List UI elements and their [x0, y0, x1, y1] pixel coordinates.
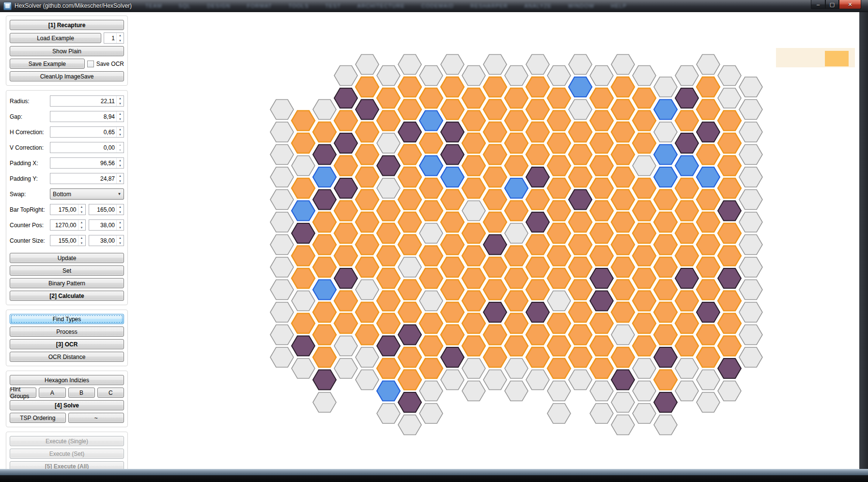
hex-cell[interactable] — [419, 111, 443, 131]
hex-cell[interactable] — [356, 302, 379, 322]
hex-cell[interactable] — [377, 336, 400, 356]
minimize-button[interactable]: – — [811, 0, 825, 9]
hex-cell[interactable] — [292, 133, 315, 153]
hex-cell[interactable] — [441, 190, 464, 210]
hex-cell[interactable] — [356, 235, 379, 255]
hex-cell[interactable] — [697, 347, 720, 367]
hex-cell[interactable] — [675, 88, 698, 108]
hex-cell[interactable] — [377, 88, 400, 108]
hex-cell[interactable] — [590, 156, 613, 176]
hex-cell[interactable] — [654, 167, 677, 187]
hex-cell[interactable] — [419, 268, 443, 288]
hex-cell[interactable] — [633, 358, 656, 378]
hex-cell[interactable] — [526, 257, 549, 277]
hex-cell[interactable] — [654, 370, 677, 390]
hex-cell[interactable] — [590, 178, 613, 198]
hex-cell[interactable] — [547, 66, 571, 86]
hex-cell[interactable] — [270, 347, 294, 367]
hex-cell[interactable] — [483, 100, 507, 120]
hex-cell[interactable] — [547, 313, 571, 333]
hex-cell[interactable] — [654, 100, 677, 120]
hex-cell[interactable] — [569, 145, 592, 165]
hex-cell[interactable] — [633, 66, 656, 86]
hex-cell[interactable] — [590, 133, 613, 153]
hex-cell[interactable] — [334, 111, 357, 131]
hex-cell[interactable] — [718, 178, 741, 198]
hex-cell[interactable] — [356, 190, 379, 210]
hex-cell[interactable] — [505, 381, 528, 401]
hex-cell[interactable] — [569, 257, 592, 277]
hex-cell[interactable] — [505, 336, 528, 356]
hex-cell[interactable] — [398, 212, 421, 232]
hex-cell[interactable] — [483, 235, 507, 255]
hex-cell[interactable] — [590, 66, 613, 86]
hex-cell[interactable] — [633, 133, 656, 153]
hex-cell[interactable] — [654, 212, 677, 232]
hex-cell[interactable] — [569, 55, 592, 75]
hex-cell[interactable] — [419, 336, 443, 356]
hex-cell[interactable] — [462, 223, 485, 243]
hex-cell[interactable] — [270, 190, 294, 210]
hex-cell[interactable] — [377, 223, 400, 243]
hex-cell[interactable] — [334, 156, 357, 176]
hex-cell[interactable] — [611, 415, 635, 435]
hex-cell[interactable] — [313, 302, 336, 322]
hex-cell[interactable] — [398, 55, 421, 75]
hex-cell[interactable] — [356, 212, 379, 232]
hex-cell[interactable] — [313, 325, 336, 345]
hex-cell[interactable] — [483, 55, 507, 75]
hex-cell[interactable] — [398, 145, 421, 165]
hex-cell[interactable] — [611, 77, 635, 97]
hex-cell[interactable] — [697, 257, 720, 277]
hex-cell[interactable] — [697, 280, 720, 300]
hex-cell[interactable] — [505, 291, 528, 311]
hex-cell[interactable] — [398, 415, 421, 435]
hex-cell[interactable] — [441, 167, 464, 187]
hex-cell[interactable] — [334, 88, 357, 108]
hex-cell[interactable] — [270, 167, 294, 187]
hex-cell[interactable] — [611, 347, 635, 367]
hex-cell[interactable] — [270, 235, 294, 255]
hex-cell[interactable] — [419, 133, 443, 153]
hex-cell[interactable] — [739, 122, 762, 142]
hex-cell[interactable] — [441, 145, 464, 165]
hex-cell[interactable] — [505, 313, 528, 333]
hex-cell[interactable] — [547, 358, 571, 378]
hex-cell[interactable] — [569, 167, 592, 187]
hex-cell[interactable] — [356, 280, 379, 300]
hex-cell[interactable] — [483, 370, 507, 390]
hex-cell[interactable] — [292, 358, 315, 378]
hex-cell[interactable] — [526, 190, 549, 210]
hex-cell[interactable] — [419, 201, 443, 221]
hex-cell[interactable] — [526, 347, 549, 367]
hex-cell[interactable] — [505, 201, 528, 221]
hex-cell[interactable] — [675, 381, 698, 401]
hex-cell[interactable] — [569, 347, 592, 367]
hex-cell[interactable] — [377, 313, 400, 333]
hex-cell[interactable] — [505, 66, 528, 86]
hex-cell[interactable] — [526, 145, 549, 165]
hex-cell[interactable] — [462, 336, 485, 356]
hex-cell[interactable] — [526, 280, 549, 300]
hex-cell[interactable] — [441, 100, 464, 120]
hex-cell[interactable] — [462, 358, 485, 378]
hex-cell[interactable] — [356, 325, 379, 345]
hex-cell[interactable] — [526, 325, 549, 345]
hex-cell[interactable] — [313, 100, 336, 120]
hex-cell[interactable] — [398, 280, 421, 300]
hex-cell[interactable] — [654, 145, 677, 165]
hex-cell[interactable] — [654, 415, 677, 435]
hex-cell[interactable] — [398, 100, 421, 120]
close-button[interactable]: ✕ — [839, 0, 861, 9]
hex-cell[interactable] — [675, 133, 698, 153]
hex-cell[interactable] — [505, 178, 528, 198]
hex-cell[interactable] — [356, 370, 379, 390]
hex-cell[interactable] — [419, 88, 443, 108]
hex-cell[interactable] — [505, 156, 528, 176]
hex-cell[interactable] — [718, 133, 741, 153]
hex-cell[interactable] — [526, 100, 549, 120]
hex-cell[interactable] — [675, 178, 698, 198]
hex-cell[interactable] — [377, 133, 400, 153]
hex-cell[interactable] — [377, 111, 400, 131]
hex-cell[interactable] — [356, 347, 379, 367]
